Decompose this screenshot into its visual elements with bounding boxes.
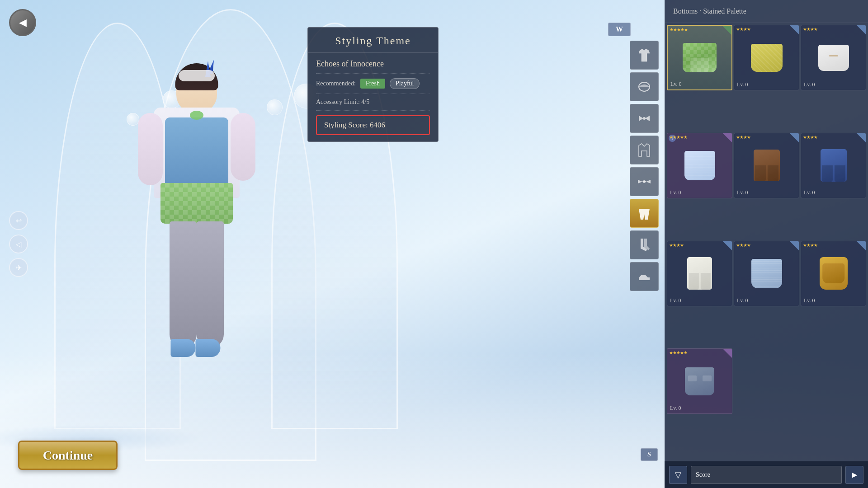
collapse-button[interactable]: ◁ [9,235,28,253]
item-level: Lv. 0 [737,297,748,304]
item-thumbnail [818,45,849,71]
hair-icon [636,79,652,95]
item-thumbnail [684,151,715,180]
category-shoes[interactable] [630,262,659,291]
sort-direction-icon: ▶ [852,470,857,479]
item-card[interactable]: ★★★★★ Lv. 0 [667,25,732,90]
char-shoe-right [196,339,221,357]
w-label: W [616,25,623,33]
item-thumbnail [820,257,848,290]
item-stars: ★★★★★ [670,27,688,32]
corner-indicator [723,241,732,250]
continue-label: Continue [43,448,93,463]
sort-direction-button[interactable]: ▶ [845,466,863,484]
item-level: Lv. 0 [804,81,815,88]
w-badge[interactable]: W [608,23,631,36]
accessory-limit: Accessory Limit: 4/5 [316,99,430,111]
item-stars: ★★★★ [803,243,817,248]
item-card[interactable]: ★★★★ Lv. 0 [734,133,799,198]
s-label: S [647,451,651,458]
collapse-icon: ◁ [16,240,21,249]
category-bow[interactable] [630,167,659,196]
items-grid: ★★★★★ Lv. 0 ★★★★ Lv. 0 ★★★★ Lv. 0 [665,23,868,457]
items-panel: Bottoms · Stained Palette ★★★★★ Lv. 0 ★★… [665,0,868,488]
corner-indicator [790,133,799,142]
item-thumbnail [683,43,717,72]
item-card[interactable]: ★★★★ Lv. 0 [801,133,866,198]
accessory-icon [636,110,652,127]
svg-point-1 [643,117,646,120]
char-shoe-left [171,339,196,357]
continue-button[interactable]: Continue [18,441,118,470]
item-level: Lv. 0 [737,189,748,196]
sort-label: Score [696,471,710,479]
corner-indicator [790,25,799,34]
category-top[interactable] [630,41,659,70]
item-stars: ★★★★★ [669,350,687,355]
item-stars: ★★★★ [803,27,817,32]
category-sidebar [628,41,660,291]
item-card[interactable]: ★★★★ Lv. 0 [734,241,799,306]
corner-indicator [790,241,799,250]
items-header: Bottoms · Stained Palette [665,0,868,23]
filter-icon: ▽ [675,470,681,480]
tag-fresh[interactable]: Fresh [360,79,385,89]
bow-icon [636,174,652,190]
filter-button[interactable]: ▽ [669,466,687,484]
item-card[interactable]: ★★★★ Lv. 0 [801,241,866,306]
item-card[interactable]: ★★★★ Lv. 0 [801,25,866,90]
item-level: Lv. 0 [804,297,815,304]
s-badge[interactable]: S [641,448,658,461]
undo-button[interactable]: ↩ [9,211,28,230]
category-hair[interactable] [630,72,659,101]
share-button[interactable]: ✈ [9,258,28,277]
corner-indicator [723,133,732,142]
panel-body: Echoes of Innocence Recommended: Fresh P… [308,53,438,141]
char-bow [190,111,203,120]
recommended-row: Recommended: Fresh Playful [316,78,430,94]
item-stars: ★★★★ [669,243,684,248]
corner-indicator [722,26,731,35]
item-thumbnail [754,150,780,181]
item-thumbnail [751,44,783,72]
item-thumbnail [685,367,714,395]
item-level: Lv. 0 [670,405,681,412]
item-level: Lv. 0 [670,189,681,196]
item-level: Lv. 0 [670,297,681,304]
char-hat [179,70,215,81]
item-card[interactable]: ★★★★ Lv. 0 [667,241,732,306]
character-figure [129,68,264,420]
panel-title: Styling Theme [308,28,438,53]
char-leg-left [170,221,197,348]
category-socks[interactable] [630,230,659,259]
category-outerwear[interactable] [630,136,659,164]
share-icon: ✈ [16,263,22,272]
char-arm-right [231,113,255,181]
shoes-icon [636,268,652,285]
item-stars: ★★★★★ [669,135,687,140]
char-leg-right [197,221,224,348]
item-level: Lv. 0 [670,81,682,88]
bottoms-icon [636,205,652,221]
tag-playful[interactable]: Playful [390,78,420,89]
item-level: Lv. 0 [737,81,748,88]
corner-indicator [857,133,866,142]
item-stars: ★★★★ [736,243,750,248]
styling-panel: Styling Theme Echoes of Innocence Recomm… [307,27,439,142]
category-accessory[interactable] [630,104,659,133]
category-bottoms[interactable] [630,199,659,228]
theme-name: Echoes of Innocence [316,59,430,74]
item-thumbnail [687,257,712,290]
item-card[interactable]: i ★★★★★ Lv. 0 [667,133,732,198]
item-thumbnail [751,259,782,288]
bottom-bar: ▽ Score ▶ [665,461,868,488]
item-card[interactable]: ★★★★★ Lv. 0 [667,348,732,414]
char-arm-left [138,113,163,185]
corner-indicator [723,349,732,358]
item-level: Lv. 0 [804,189,815,196]
nav-buttons: ↩ ◁ ✈ [9,211,28,277]
corner-indicator [857,25,866,34]
item-card[interactable]: ★★★★ Lv. 0 [734,25,799,90]
sort-input[interactable]: Score [691,466,842,484]
corner-indicator [857,241,866,250]
